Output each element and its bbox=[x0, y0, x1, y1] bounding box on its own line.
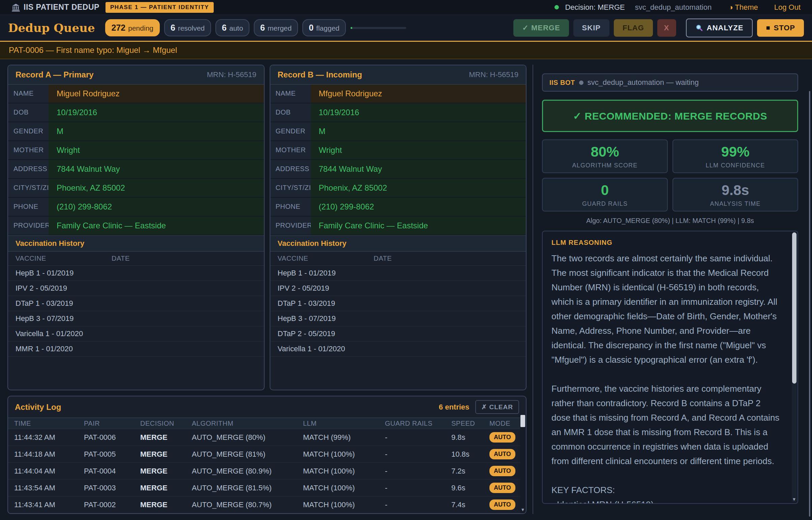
vaccination-columns: VACCINE DATE bbox=[8, 252, 264, 266]
log-row[interactable]: 11:43:41 AM PAT-0002 MERGE AUTO_MERGE (8… bbox=[8, 496, 520, 513]
llm-scroll-thumb[interactable] bbox=[792, 232, 796, 384]
mode-badge: AUTO bbox=[489, 432, 515, 443]
analysis-summary-line: Algo: AUTO_MERGE (80%) | LLM: MATCH (99%… bbox=[542, 217, 798, 225]
log-column-header: GUARD RAILS bbox=[385, 420, 451, 427]
vaccine-date-cell bbox=[374, 329, 519, 338]
log-row[interactable]: 11:43:54 AM PAT-0003 MERGE AUTO_MERGE (8… bbox=[8, 479, 520, 496]
vaccine-row: HepB 3 - 07/2019 bbox=[8, 311, 264, 326]
field-row: CITY/ST/ZIP Phoenix, AZ 85002 bbox=[270, 179, 526, 198]
counter-label: pending bbox=[128, 24, 153, 32]
field-value: Miguel Rodriguez bbox=[49, 84, 264, 103]
queue-title: Dedup Queue bbox=[8, 21, 95, 35]
app-root: IIS PATIENT DEDUP PHASE 1 — PATIENT IDEN… bbox=[0, 0, 812, 520]
log-guard-rails: - bbox=[385, 500, 451, 509]
mode-badge: AUTO bbox=[489, 466, 515, 476]
flag-button[interactable]: FLAG bbox=[614, 19, 653, 37]
merge-button[interactable]: ✓ MERGE bbox=[513, 19, 569, 37]
bot-sidebar: IIS BOT svc_dedup_automation — waiting ✓… bbox=[533, 65, 812, 514]
field-label: DOB bbox=[8, 103, 49, 122]
bot-status-text: svc_dedup_automation — waiting bbox=[588, 78, 699, 87]
activity-log-scroll-thumb[interactable] bbox=[520, 415, 525, 427]
analyze-button[interactable]: ANALYZE bbox=[686, 19, 753, 37]
vaccine-row: MMR 1 - 01/2020 bbox=[8, 341, 264, 357]
activity-log-header: Activity Log 6 entries ✗ CLEAR bbox=[8, 396, 526, 418]
field-row: NAME Mfguel Rodriguez bbox=[270, 84, 526, 103]
field-label: NAME bbox=[270, 84, 311, 103]
log-guard-rails: - bbox=[385, 467, 451, 475]
vaccine-entry: IPV 2 - 05/2019 bbox=[16, 284, 112, 293]
clear-log-button[interactable]: ✗ CLEAR bbox=[475, 400, 519, 414]
llm-reasoning-text: The two records are almost certainly the… bbox=[551, 251, 782, 504]
scroll-down-arrow-icon[interactable]: ▼ bbox=[520, 507, 525, 512]
field-row: ADDRESS 7844 Walnut Way bbox=[270, 160, 526, 179]
record-comparison: Record A — Primary MRN: H-56519 NAME Mig… bbox=[7, 65, 526, 390]
stat-label: GUARD RAILS bbox=[582, 200, 628, 207]
queue-counter: 6 auto bbox=[215, 19, 249, 36]
log-algorithm: AUTO_MERGE (80%) bbox=[192, 433, 303, 442]
counter-label: merged bbox=[268, 24, 292, 32]
field-label: PHONE bbox=[270, 198, 311, 216]
field-label: DOB bbox=[270, 103, 311, 122]
log-column-header: MODE bbox=[489, 420, 520, 427]
scroll-down-arrow-icon[interactable]: ▼ bbox=[791, 497, 797, 502]
page-scrollbar-thumb[interactable] bbox=[809, 91, 810, 517]
vaccine-row: Varicella 1 - 01/2020 bbox=[270, 341, 526, 357]
activity-log-scrollbar[interactable]: ▼ bbox=[520, 414, 525, 513]
field-label: CITY/ST/ZIP bbox=[8, 179, 49, 197]
field-value: 7844 Walnut Way bbox=[311, 160, 526, 178]
bank-icon bbox=[11, 3, 20, 12]
analyze-label: ANALYZE bbox=[707, 24, 744, 32]
field-label: NAME bbox=[8, 84, 49, 103]
field-value: Family Care Clinic — Eastside bbox=[49, 216, 264, 235]
skip-button[interactable]: SKIP bbox=[573, 19, 609, 37]
reasoning-paragraph-2: Furthermore, the vaccine histories are c… bbox=[551, 382, 782, 468]
field-row: PHONE (210) 299-8062 bbox=[8, 198, 264, 216]
log-pair: PAT-0002 bbox=[84, 500, 140, 509]
field-label: ADDRESS bbox=[8, 160, 49, 178]
stat-value: 9.8s bbox=[722, 182, 749, 198]
record-a-panel: Record A — Primary MRN: H-56519 NAME Mig… bbox=[7, 65, 265, 390]
log-row[interactable]: 11:44:18 AM PAT-0005 MERGE AUTO_MERGE (8… bbox=[8, 446, 520, 463]
key-factor-item: - Identical MRN (H-56519) bbox=[551, 497, 782, 504]
vaccine-entry: IPV 2 - 05/2019 bbox=[278, 284, 374, 293]
vaccination-history-title: Vaccination History bbox=[270, 235, 526, 252]
log-row[interactable]: 11:44:04 AM PAT-0004 MERGE AUTO_MERGE (8… bbox=[8, 463, 520, 479]
log-row[interactable]: 11:44:32 AM PAT-0006 MERGE AUTO_MERGE (8… bbox=[8, 429, 520, 446]
field-value: Wright bbox=[311, 141, 526, 159]
stat-box: 99% LLM CONFIDENCE bbox=[672, 139, 798, 173]
log-column-header: LLM bbox=[303, 420, 385, 427]
field-row: MOTHER Wright bbox=[8, 141, 264, 160]
log-algorithm: AUTO_MERGE (80.9%) bbox=[192, 467, 303, 475]
theme-toggle[interactable]: ◑ Theme bbox=[729, 3, 758, 12]
log-algorithm: AUTO_MERGE (80.7%) bbox=[192, 500, 303, 509]
field-label: ADDRESS bbox=[270, 160, 311, 178]
field-value: Phoenix, AZ 85002 bbox=[311, 179, 526, 197]
vaccine-date-cell bbox=[374, 269, 519, 278]
log-speed: 9.6s bbox=[451, 484, 489, 492]
record-a-vaccines: HepB 1 - 01/2019 IPV 2 - 05/2019 DTaP 1 … bbox=[8, 266, 264, 357]
stat-box: 9.8s ANALYSIS TIME bbox=[672, 178, 798, 211]
log-algorithm: AUTO_MERGE (81.5%) bbox=[192, 484, 303, 492]
magnifier-icon bbox=[695, 24, 704, 32]
field-value: Mfguel Rodriguez bbox=[311, 84, 526, 103]
logout-link[interactable]: Log Out bbox=[774, 3, 801, 12]
log-pair: PAT-0005 bbox=[84, 450, 140, 459]
vaccine-date-cell bbox=[112, 299, 256, 308]
reject-button[interactable]: X bbox=[657, 19, 676, 37]
stat-label: ALGORITHM SCORE bbox=[572, 162, 637, 169]
decision-status-dot bbox=[555, 5, 559, 9]
llm-panel-scrollbar[interactable]: ▼ bbox=[792, 232, 797, 502]
record-a-fields: NAME Miguel Rodriguez DOB 10/19/2016 GEN… bbox=[8, 84, 264, 235]
queue-counter: 272 pending bbox=[105, 19, 160, 36]
field-label: GENDER bbox=[8, 122, 49, 140]
activity-log-column-headers: TIMEPAIRDECISIONALGORITHMLLMGUARD RAILSS… bbox=[8, 418, 520, 429]
field-label: PROVIDER bbox=[8, 216, 49, 235]
log-speed: 7.2s bbox=[451, 467, 489, 475]
field-label: PROVIDER bbox=[270, 216, 311, 235]
log-llm: MATCH (100%) bbox=[303, 484, 385, 492]
field-label: GENDER bbox=[270, 122, 311, 140]
record-b-fields: NAME Mfguel Rodriguez DOB 10/19/2016 GEN… bbox=[270, 84, 526, 235]
stop-button[interactable]: ■ STOP bbox=[757, 19, 804, 37]
vaccine-entry: HepB 3 - 07/2019 bbox=[16, 314, 112, 323]
queue-toolbar: Dedup Queue 272 pending 6 resolved 6 aut… bbox=[0, 15, 812, 42]
